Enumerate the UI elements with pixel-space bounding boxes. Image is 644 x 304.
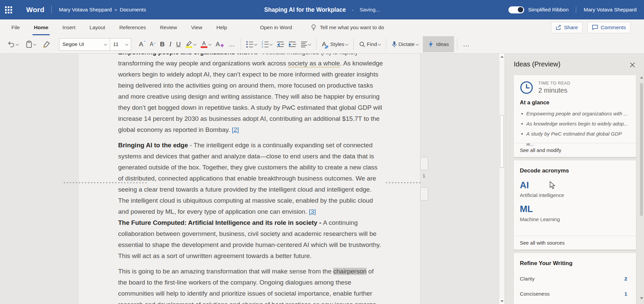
divider <box>316 39 316 50</box>
title-bar: Word Mary Votava Sheppard > Documents Sh… <box>0 0 644 19</box>
styles-button[interactable]: A Styles <box>319 38 350 51</box>
acronym-abbr[interactable]: ML <box>520 204 630 214</box>
clipboard-icon <box>26 41 32 48</box>
underline-glyph: U <box>176 41 181 48</box>
bold-heading: The Future Computed: Artificial Intellig… <box>118 219 323 226</box>
search-icon <box>359 41 365 48</box>
refine-item-conciseness[interactable]: Conciseness 1 <box>514 291 636 297</box>
scroll-down-button[interactable] <box>639 297 644 299</box>
chevron-down-icon <box>254 42 257 46</box>
scrollbar-thumb[interactable] <box>640 83 643 216</box>
more-font-options-button[interactable]: … <box>226 38 238 51</box>
shrink-font-button[interactable]: Aˆ <box>147 38 157 51</box>
title-dash: - <box>352 7 353 13</box>
comments-button[interactable]: Comments <box>587 22 631 33</box>
text-run: . As knowledge workers begin to widely a… <box>118 60 383 133</box>
document-scrollbar[interactable] <box>499 54 504 304</box>
text-run: - The intelligent edge is a continually … <box>118 142 378 215</box>
app-launcher-icon[interactable] <box>5 6 12 13</box>
refine-your-writing-card: Refine Your Writing Clarity 2 Concisenes… <box>514 253 636 304</box>
font-color-button[interactable]: A <box>198 38 213 51</box>
tab-insert[interactable]: Insert <box>61 19 77 35</box>
glance-item: As knowledge workers begin to widely ado… <box>521 119 630 129</box>
grow-font-button[interactable]: Aˆ <box>137 38 147 51</box>
page-margin-tab[interactable] <box>420 157 428 170</box>
acronym-definition: Artificial intelligence <box>520 192 630 198</box>
close-icon <box>630 62 635 67</box>
ribbon-overflow-button[interactable]: … <box>460 38 472 51</box>
numbering-button[interactable]: 1 2 3 <box>259 38 275 51</box>
underline-button[interactable]: U <box>174 38 183 51</box>
divider <box>457 39 457 50</box>
simplified-ribbon-toggle[interactable] <box>508 6 524 13</box>
ribbon: Segoe UI 11 Aˆ Aˆ B I U A A … <box>0 35 644 54</box>
bold-glyph: B <box>160 41 165 48</box>
close-panel-button[interactable] <box>629 61 636 68</box>
word-web-app: Word Mary Votava Sheppard > Documents Sh… <box>0 0 644 304</box>
decrease-indent-button[interactable] <box>275 38 287 51</box>
account-name[interactable]: Mary Votava Sheppard <box>576 7 637 13</box>
tab-help[interactable]: Help <box>215 19 229 35</box>
dictate-button[interactable]: Dictate <box>389 38 420 51</box>
breadcrumb: Mary Votava Sheppard > Documents <box>59 7 146 13</box>
tab-view[interactable]: View <box>190 19 203 35</box>
acronym-abbr[interactable]: AI <box>520 180 630 191</box>
dictate-label: Dictate <box>398 41 414 47</box>
share-button[interactable]: Share <box>551 22 583 33</box>
caret-up-icon: ˆ <box>144 40 145 44</box>
tab-file[interactable]: File <box>10 19 21 35</box>
scroll-up-button[interactable] <box>639 77 644 79</box>
bold-heading: Empowering people and organizations with… <box>118 54 257 56</box>
tell-me-box[interactable]: Tell me what you want to do <box>311 19 384 35</box>
tab-layout[interactable]: Layout <box>88 19 107 35</box>
font-name-combobox[interactable]: Segoe UI <box>59 38 110 51</box>
editor-suggestion[interactable]: society as a whole <box>288 60 340 67</box>
arrow-up-icon <box>500 56 504 58</box>
bold-button[interactable]: B <box>158 38 167 51</box>
citation-link[interactable]: [2] <box>232 126 239 133</box>
font-size-combobox[interactable]: 11 <box>110 38 131 51</box>
scroll-down-button[interactable] <box>499 298 504 304</box>
see-all-with-sources-link[interactable]: See all with sources <box>514 236 636 250</box>
ideas-panel: Ideas (Preview) TIME TO READ 2 minutes A… <box>505 54 644 304</box>
scrollbar-thumb[interactable] <box>500 115 504 168</box>
document-title[interactable]: Shaping AI for the Workplace <box>264 6 346 13</box>
glance-item: Empowering people and organizations with… <box>521 109 630 119</box>
decrease-indent-icon <box>277 42 284 47</box>
breadcrumb-folder[interactable]: Documents <box>120 7 146 13</box>
toggle-label: Simplified Ribbon <box>528 7 569 13</box>
open-in-word-button[interactable]: Open in Word <box>260 19 292 35</box>
breadcrumb-user[interactable]: Mary Votava Sheppard <box>59 7 112 13</box>
document-editor[interactable]: Empowering people and organizations with… <box>118 54 384 304</box>
find-button[interactable]: Find <box>357 38 383 51</box>
caret-down-icon: ˆ <box>154 40 155 44</box>
clock-icon <box>520 81 533 94</box>
save-status: Saving... <box>359 7 380 13</box>
ideas-button[interactable]: Ideas <box>423 36 454 52</box>
italic-button[interactable]: I <box>167 38 174 51</box>
alignment-button[interactable] <box>299 38 313 51</box>
text-highlight-button[interactable] <box>183 38 198 51</box>
numbered-list-icon: 1 2 3 <box>261 41 268 48</box>
panel-scrollbar[interactable] <box>639 54 644 304</box>
arrow-up-icon <box>640 77 643 79</box>
refine-item-clarity[interactable]: Clarity 2 <box>514 276 636 282</box>
clear-formatting-button[interactable]: A <box>213 38 227 51</box>
see-all-and-modify-link[interactable]: See all and modify <box>514 143 636 157</box>
tab-home[interactable]: Home <box>33 19 50 35</box>
increase-indent-button[interactable] <box>287 38 299 51</box>
scroll-up-button[interactable] <box>499 54 504 59</box>
bullets-button[interactable] <box>244 38 259 51</box>
tab-review[interactable]: Review <box>159 19 179 35</box>
paste-button[interactable] <box>23 38 38 51</box>
tab-references[interactable]: References <box>118 19 147 35</box>
format-painter-button[interactable] <box>40 38 52 51</box>
undo-button[interactable] <box>5 38 21 51</box>
bullet-list-icon <box>246 41 253 48</box>
lightbulb-icon <box>311 24 316 31</box>
undo-icon <box>8 41 15 48</box>
comments-icon <box>592 24 598 30</box>
citation-link[interactable]: [3] <box>309 208 316 215</box>
page-margin-tab[interactable] <box>420 187 428 201</box>
refine-count-badge: 1 <box>624 291 627 297</box>
